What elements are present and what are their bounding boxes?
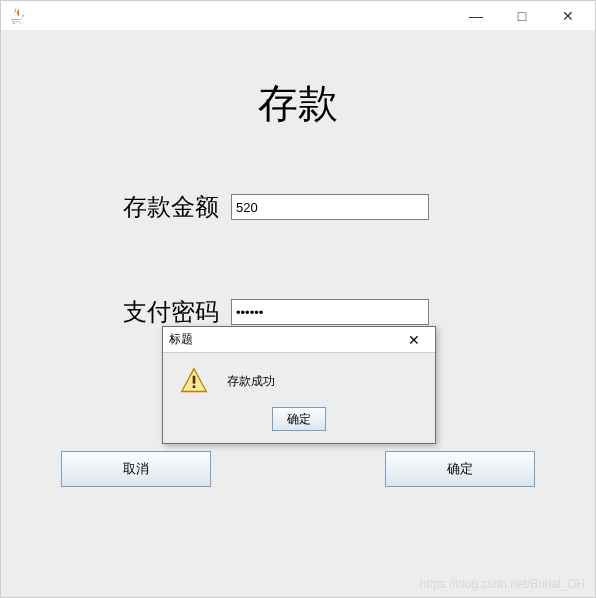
dialog-title: 标题	[169, 331, 399, 348]
close-button[interactable]: ✕	[545, 1, 591, 31]
page-title: 存款	[1, 76, 595, 131]
dialog-message: 存款成功	[227, 373, 275, 390]
maximize-button[interactable]: □	[499, 1, 545, 31]
message-dialog: 标题 ✕ 存款成功 确定	[162, 326, 436, 444]
confirm-button[interactable]: 确定	[385, 451, 535, 487]
minimize-button[interactable]: —	[453, 1, 499, 31]
warning-icon	[179, 367, 209, 395]
dialog-footer: 确定	[163, 401, 435, 443]
password-row: 支付密码	[123, 296, 429, 328]
java-icon	[9, 7, 27, 25]
password-input[interactable]	[231, 299, 429, 325]
amount-input[interactable]	[231, 194, 429, 220]
password-label: 支付密码	[123, 296, 231, 328]
svg-rect-0	[193, 376, 196, 384]
dialog-close-button[interactable]: ✕	[399, 329, 429, 351]
amount-row: 存款金额	[123, 191, 429, 223]
button-row: 取消 确定	[1, 451, 595, 487]
cancel-button[interactable]: 取消	[61, 451, 211, 487]
watermark: https://blog.csdn.net/Burial_DH	[420, 577, 585, 591]
dialog-body: 存款成功	[163, 353, 435, 401]
main-window: — □ ✕ 存款 存款金额 支付密码 取消 确定 标题 ✕	[0, 0, 596, 598]
svg-rect-1	[193, 385, 196, 388]
window-titlebar: — □ ✕	[1, 1, 595, 31]
dialog-titlebar: 标题 ✕	[163, 327, 435, 353]
content-area: 存款 存款金额 支付密码 取消 确定 标题 ✕	[1, 31, 595, 597]
dialog-ok-button[interactable]: 确定	[272, 407, 326, 431]
amount-label: 存款金额	[123, 191, 231, 223]
